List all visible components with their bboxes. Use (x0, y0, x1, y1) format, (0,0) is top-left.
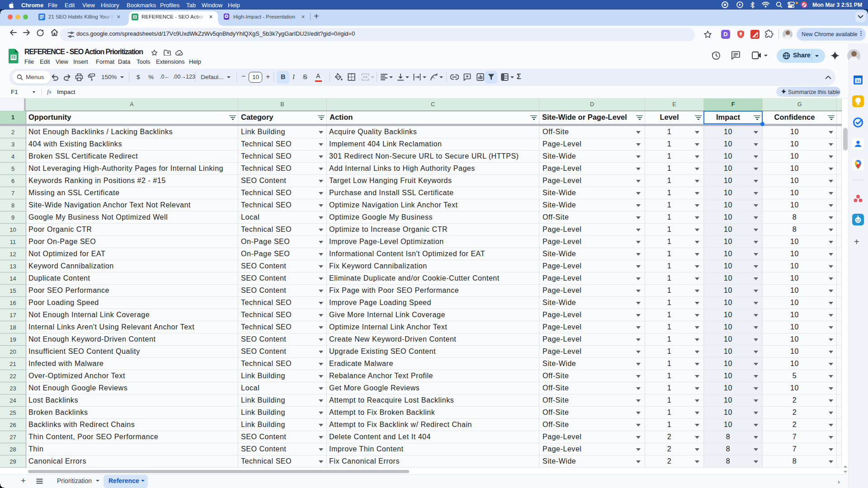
svg-text:A: A (432, 75, 434, 80)
svg-text:31: 31 (856, 79, 860, 83)
